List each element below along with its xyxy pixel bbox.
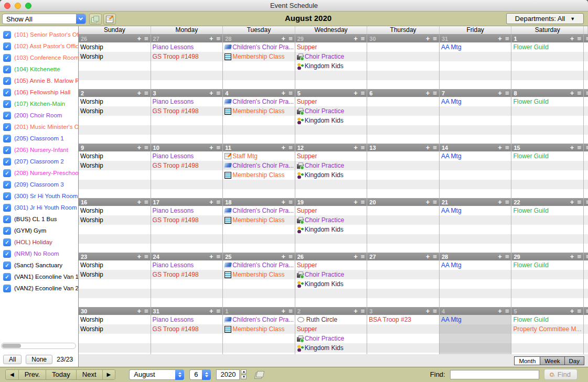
room-checkbox[interactable]: ✓ [3,123,11,131]
event-item[interactable]: Kingdom Kids [295,61,367,71]
add-event-icon[interactable]: + [282,253,286,260]
zoom-button[interactable] [25,3,31,9]
room-checkbox[interactable]: ✓ [3,227,11,235]
add-event-icon[interactable]: + [282,144,286,151]
day-menu-icon[interactable]: ≡ [144,90,148,96]
add-event-icon[interactable]: + [426,35,430,42]
room-checkbox[interactable]: ✓ [3,66,11,73]
day-menu-icon[interactable]: ≡ [361,144,365,151]
room-checkbox[interactable]: ✓ [3,112,11,119]
event-item[interactable]: Flower Guild [511,97,583,106]
room-list-item[interactable]: ✓(206) Nursery-Infant [0,144,78,156]
event-item[interactable]: Flower Guild [511,151,583,161]
event-item[interactable]: Property Committee M... [511,324,583,334]
day-cell-11[interactable]: 11+≡Staff MtgChildren's Choir Pra...Memb… [223,144,295,198]
room-checkbox[interactable]: ✓ [3,238,11,246]
add-event-icon[interactable]: + [498,199,502,205]
room-checkbox[interactable]: ✓ [3,215,11,223]
room-list-item[interactable]: ✓(NRM) No Room [0,248,78,259]
event-item[interactable]: Worship [79,270,151,279]
event-item[interactable]: AA Mtg [440,97,511,106]
room-checkbox[interactable]: ✓ [3,204,11,212]
day-menu-icon[interactable]: ≡ [144,144,148,151]
day-menu-icon[interactable]: ≡ [505,90,509,96]
day-cell-24[interactable]: 24+≡Piano LessonsGS Troop #1498 [151,253,223,307]
day-menu-icon[interactable]: ≡ [144,308,148,314]
event-item[interactable]: Supper [295,42,367,52]
departments-button[interactable]: Departments: All ▼ [506,13,584,24]
day-cell-26[interactable]: 26+≡SupperChoir PracticeKingdom Kids [295,253,368,307]
day-stepper-icon[interactable] [202,369,211,380]
event-item[interactable]: GS Troop #1498 [151,106,223,116]
event-item[interactable]: Piano Lessons [151,97,223,106]
next-button[interactable]: Next [77,370,103,379]
day-cell-5[interactable]: 5+≡SupperChoir PracticeKingdom Kids [295,89,368,144]
event-item[interactable]: Worship [79,52,151,61]
day-cell-4[interactable]: 4+≡Children's Choir Pra...Membership Cla… [223,89,295,144]
room-checkbox[interactable]: ✓ [3,100,11,108]
event-item[interactable]: Membership Class [223,215,295,225]
day-cell-21[interactable]: 21+≡AA Mtg [440,198,512,253]
day-menu-icon[interactable]: ≡ [577,308,581,314]
event-item[interactable]: Worship [79,106,151,116]
add-event-icon[interactable]: + [354,308,358,314]
room-list-item[interactable]: ✓(VAN2) Econoline Van 2 [0,282,78,294]
room-checkbox[interactable]: ✓ [3,146,11,154]
day-menu-icon[interactable]: ≡ [433,308,437,314]
event-item[interactable]: Children's Choir Pra... [223,42,295,52]
day-cell-12[interactable]: 12+≡SupperChoir PracticeKingdom Kids [295,144,368,198]
event-item[interactable]: Kingdom Kids [295,170,367,180]
day-cell-19[interactable]: 19+≡SupperChoir PracticeKingdom Kids [295,198,368,253]
year-stepper[interactable]: 2020 ▲▼ [216,369,247,380]
add-event-icon[interactable]: + [282,35,286,42]
day-menu-icon[interactable]: ≡ [505,35,509,42]
day-menu-icon[interactable]: ≡ [361,253,365,260]
event-item[interactable]: Choir Practice [295,106,367,116]
event-item[interactable]: Worship [79,315,151,324]
edit-event-button[interactable] [103,14,116,25]
prev-button[interactable]: Prev. [19,370,46,379]
day-menu-icon[interactable]: ≡ [577,144,581,151]
event-item[interactable]: GS Troop #1498 [151,52,223,61]
day-menu-icon[interactable]: ≡ [361,35,365,42]
day-menu-icon[interactable]: ≡ [505,253,509,260]
room-checkbox[interactable]: ✓ [3,158,11,166]
day-cell-18[interactable]: 18+≡Children's Choir Pra...Membership Cl… [223,198,295,253]
room-checkbox[interactable]: ✓ [3,273,11,281]
room-list-item[interactable]: ✓(301) Jr Hi Youth Room [0,202,78,213]
event-item[interactable]: Membership Class [223,170,295,180]
room-list-item[interactable]: ✓(105) Annie B. Marlow Par [0,75,78,86]
day-menu-icon[interactable]: ≡ [577,199,581,205]
day-cell-10[interactable]: 10+≡Piano LessonsGS Troop #1498 [151,144,223,198]
event-item[interactable]: Staff Mtg [223,151,295,161]
add-event-icon[interactable]: + [498,308,502,314]
event-item[interactable]: Supper [295,151,367,161]
view-button-month[interactable]: Month [514,356,540,365]
day-cell-26[interactable]: 26+≡WorshipWorship [79,35,151,89]
day-menu-icon[interactable]: ≡ [288,90,293,96]
event-item[interactable]: GS Troop #1498 [151,215,223,225]
add-event-icon[interactable]: + [426,253,430,260]
room-checkbox[interactable]: ✓ [3,169,11,177]
add-event-icon[interactable]: + [570,253,574,260]
event-item[interactable]: Worship [79,42,151,52]
room-list-item[interactable]: ✓(GYM) Gym [0,225,78,236]
event-item[interactable]: Flower Guild [511,42,583,52]
day-menu-icon[interactable]: ≡ [361,199,365,205]
day-cell-29[interactable]: 29+≡SupperChoir PracticeKingdom Kids [295,35,368,89]
event-item[interactable]: Kingdom Kids [295,116,367,125]
day-cell-31[interactable]: 31+≡Piano LessonsGS Troop #1498 [151,307,223,354]
event-item[interactable]: AA Mtg [440,315,511,324]
event-item[interactable]: Worship [79,206,151,215]
add-event-icon[interactable]: + [354,199,358,205]
event-item[interactable]: Children's Choir Pra... [223,315,295,324]
event-item[interactable]: Worship [79,151,151,161]
year-stepper-icon[interactable]: ▲▼ [241,369,247,380]
day-menu-icon[interactable]: ≡ [505,144,509,151]
day-cell-8[interactable]: 8+≡Flower Guild [511,89,584,144]
day-cell-20[interactable]: 20+≡ [367,198,440,253]
event-item[interactable]: AA Mtg [440,260,511,270]
add-event-icon[interactable]: + [570,35,574,42]
event-item[interactable]: Membership Class [223,106,295,116]
event-item[interactable]: BSA Troop #23 [367,315,439,324]
